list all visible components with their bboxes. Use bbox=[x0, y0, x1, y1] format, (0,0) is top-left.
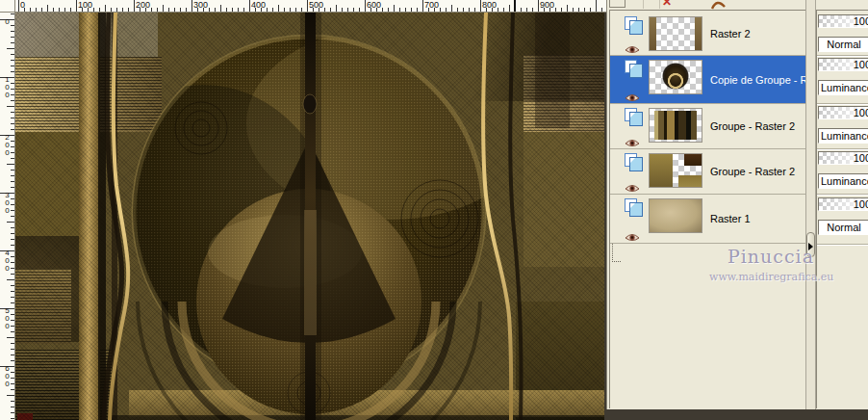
ruler-label: 0 bbox=[20, 0, 25, 10]
blend-mode-dropdown[interactable]: Normal bbox=[818, 220, 868, 235]
blend-mode-pane: 100 Normal 100 Luminance (H 100 Luminanc… bbox=[816, 10, 868, 408]
ruler-label: 900 bbox=[540, 0, 554, 10]
brush-swirl-icon[interactable] bbox=[711, 0, 727, 10]
visibility-eye-icon[interactable] bbox=[625, 180, 640, 191]
raster-layer-icon bbox=[625, 153, 644, 171]
opacity-slider[interactable]: 100 bbox=[818, 58, 868, 71]
raster-layer-icon bbox=[625, 60, 644, 78]
ruler-vertical[interactable]: 0 100 200 300 400 500 600 bbox=[0, 13, 15, 420]
opacity-slider[interactable]: 100 bbox=[818, 197, 868, 211]
ruler-label: 300 bbox=[3, 191, 12, 214]
toolbar-separator bbox=[659, 0, 660, 9]
visibility-eye-icon[interactable] bbox=[625, 90, 640, 100]
layer-name: Copie de Groupe - Raster 2 bbox=[710, 74, 805, 86]
blend-mode-dropdown[interactable]: Luminance (H bbox=[818, 128, 868, 144]
pane-separator bbox=[817, 103, 868, 105]
layer-row-raster1[interactable]: Raster 1 bbox=[610, 195, 805, 244]
ruler-label: 500 bbox=[3, 306, 12, 329]
palette-toolbar-button[interactable] bbox=[609, 0, 625, 8]
pane-splitter[interactable] bbox=[805, 0, 816, 409]
blend-mode-dropdown[interactable]: Luminance (H bbox=[818, 80, 868, 95]
artwork-vector bbox=[15, 13, 604, 420]
ruler-label: 700 bbox=[424, 0, 439, 10]
ruler-label: 100 bbox=[78, 0, 92, 10]
ruler-minor-ticks bbox=[11, 13, 14, 420]
layers-list: Raster 2 Copie de Groupe - Raster 2 Grou… bbox=[609, 10, 805, 408]
opacity-slider[interactable]: 100 bbox=[818, 151, 868, 165]
opacity-slider[interactable]: 100 bbox=[818, 106, 868, 119]
ruler-label: 400 bbox=[3, 249, 12, 272]
layer-name: Raster 2 bbox=[710, 28, 751, 39]
ruler-label: 400 bbox=[251, 0, 266, 10]
ruler-label: 600 bbox=[367, 0, 381, 10]
visibility-eye-icon[interactable] bbox=[625, 135, 640, 145]
pane-separator bbox=[817, 244, 868, 246]
pane-separator bbox=[817, 148, 868, 150]
ruler-label: 100 bbox=[3, 75, 12, 98]
layer-name: Groupe - Raster 2 bbox=[710, 120, 795, 132]
layer-thumbnail[interactable] bbox=[649, 153, 702, 188]
ruler-label: 0 bbox=[3, 17, 12, 25]
ruler-label: 300 bbox=[193, 0, 208, 10]
ruler-label: 200 bbox=[136, 0, 150, 10]
pane-separator bbox=[817, 55, 868, 57]
layer-row-groupe-raster2-a[interactable]: Groupe - Raster 2 bbox=[610, 104, 805, 149]
delete-layer-icon[interactable]: ✕ bbox=[662, 0, 672, 8]
visibility-eye-icon[interactable] bbox=[625, 41, 640, 52]
ruler-label: 500 bbox=[309, 0, 323, 10]
layer-thumbnail[interactable] bbox=[649, 198, 702, 233]
layer-thumbnail[interactable] bbox=[649, 16, 702, 51]
layer-name: Groupe - Raster 2 bbox=[710, 166, 795, 177]
ruler-horizontal[interactable]: 0 100 200 300 400 500 600 700 800 900 bbox=[15, 0, 606, 13]
workspace-bottom-strip bbox=[606, 409, 868, 420]
layer-row-groupe-raster2-b[interactable]: Groupe - Raster 2 bbox=[610, 149, 805, 195]
layer-thumbnail[interactable] bbox=[649, 60, 702, 94]
ruler-label: 600 bbox=[3, 364, 12, 387]
layers-palette: ✕ Raster 2 Copie de Groupe - Raster 2 bbox=[606, 0, 868, 409]
opacity-slider[interactable]: 100 bbox=[818, 14, 868, 28]
image-canvas[interactable] bbox=[15, 13, 604, 420]
layer-row-copie-de-groupe[interactable]: Copie de Groupe - Raster 2 bbox=[610, 56, 805, 104]
blend-mode-dropdown[interactable]: Normal bbox=[818, 37, 868, 52]
toolbar-separator bbox=[643, 0, 644, 9]
raster-layer-icon bbox=[625, 16, 644, 35]
raster-layer-icon bbox=[625, 108, 644, 126]
pane-separator bbox=[817, 194, 868, 196]
blend-mode-dropdown[interactable]: Luminance (H bbox=[818, 173, 868, 189]
layer-name: Raster 1 bbox=[710, 213, 751, 224]
raster-layer-icon bbox=[625, 198, 644, 217]
ruler-label: 800 bbox=[482, 0, 497, 10]
visibility-eye-icon[interactable] bbox=[625, 229, 640, 240]
ruler-corner bbox=[0, 0, 15, 13]
watermark-url: www.maidiregrafica.eu bbox=[709, 272, 833, 283]
ruler-label: 200 bbox=[3, 133, 12, 156]
layer-row-raster2[interactable]: Raster 2 bbox=[610, 13, 805, 56]
watermark-title: Pinuccia bbox=[728, 247, 814, 266]
ruler-cursor-marker bbox=[514, 0, 516, 12]
layer-thumbnail[interactable] bbox=[649, 108, 702, 143]
